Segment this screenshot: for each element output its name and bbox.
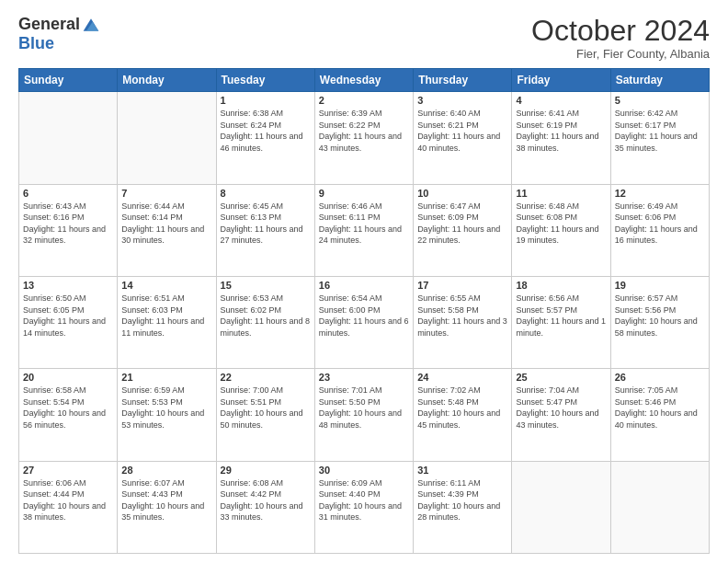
- calendar-cell: 17Sunrise: 6:55 AM Sunset: 5:58 PM Dayli…: [414, 276, 512, 368]
- calendar-cell: 22Sunrise: 7:00 AM Sunset: 5:51 PM Dayli…: [216, 369, 314, 461]
- page: General Blue October 2024 Fier, Fier Cou…: [0, 0, 728, 563]
- calendar-cell: 30Sunrise: 6:09 AM Sunset: 4:40 PM Dayli…: [314, 461, 413, 553]
- day-number: 2: [319, 95, 409, 106]
- calendar-week-4: 20Sunrise: 6:58 AM Sunset: 5:54 PM Dayli…: [19, 369, 710, 461]
- calendar-cell: 4Sunrise: 6:41 AM Sunset: 6:19 PM Daylig…: [512, 92, 610, 184]
- calendar-cell: 2Sunrise: 6:39 AM Sunset: 6:22 PM Daylig…: [314, 92, 413, 184]
- day-info: Sunrise: 6:39 AM Sunset: 6:22 PM Dayligh…: [319, 108, 409, 154]
- logo-general-text: General: [18, 15, 80, 34]
- calendar-week-5: 27Sunrise: 6:06 AM Sunset: 4:44 PM Dayli…: [19, 461, 710, 553]
- calendar-cell: 25Sunrise: 7:04 AM Sunset: 5:47 PM Dayli…: [512, 369, 610, 461]
- day-number: 31: [417, 465, 507, 476]
- day-info: Sunrise: 6:06 AM Sunset: 4:44 PM Dayligh…: [23, 477, 113, 523]
- calendar-cell: 31Sunrise: 6:11 AM Sunset: 4:39 PM Dayli…: [414, 461, 512, 553]
- day-header-sunday: Sunday: [19, 69, 118, 92]
- day-header-saturday: Saturday: [610, 69, 709, 92]
- day-number: 23: [319, 372, 409, 383]
- logo: General Blue: [18, 15, 100, 53]
- calendar-cell: 15Sunrise: 6:53 AM Sunset: 6:02 PM Dayli…: [216, 276, 314, 368]
- calendar-cell: 6Sunrise: 6:43 AM Sunset: 6:16 PM Daylig…: [19, 184, 118, 276]
- day-number: 13: [23, 280, 113, 291]
- day-info: Sunrise: 6:43 AM Sunset: 6:16 PM Dayligh…: [23, 201, 113, 247]
- day-info: Sunrise: 6:59 AM Sunset: 5:53 PM Dayligh…: [121, 385, 211, 431]
- day-info: Sunrise: 6:07 AM Sunset: 4:43 PM Dayligh…: [121, 477, 211, 523]
- day-number: 25: [516, 372, 606, 383]
- day-info: Sunrise: 6:58 AM Sunset: 5:54 PM Dayligh…: [23, 385, 113, 431]
- day-number: 17: [417, 280, 507, 291]
- day-number: 28: [121, 465, 211, 476]
- day-info: Sunrise: 6:57 AM Sunset: 5:56 PM Dayligh…: [615, 293, 705, 339]
- calendar-cell: 9Sunrise: 6:46 AM Sunset: 6:11 PM Daylig…: [314, 184, 413, 276]
- day-info: Sunrise: 6:55 AM Sunset: 5:58 PM Dayligh…: [417, 293, 507, 339]
- calendar-cell: 8Sunrise: 6:45 AM Sunset: 6:13 PM Daylig…: [216, 184, 314, 276]
- calendar-cell: 10Sunrise: 6:47 AM Sunset: 6:09 PM Dayli…: [414, 184, 512, 276]
- day-number: 19: [615, 280, 705, 291]
- day-number: 20: [23, 372, 113, 383]
- day-number: 18: [516, 280, 606, 291]
- day-number: 12: [615, 188, 705, 199]
- day-header-wednesday: Wednesday: [314, 69, 413, 92]
- day-number: 6: [23, 188, 113, 199]
- logo-icon: [82, 16, 100, 34]
- day-info: Sunrise: 6:08 AM Sunset: 4:42 PM Dayligh…: [221, 477, 311, 523]
- day-number: 10: [417, 188, 507, 199]
- day-number: 11: [516, 188, 606, 199]
- location-subtitle: Fier, Fier County, Albania: [531, 47, 710, 61]
- day-info: Sunrise: 6:40 AM Sunset: 6:21 PM Dayligh…: [417, 108, 507, 154]
- day-info: Sunrise: 6:38 AM Sunset: 6:24 PM Dayligh…: [221, 108, 311, 154]
- day-number: 5: [615, 95, 705, 106]
- day-number: 8: [221, 188, 311, 199]
- day-header-tuesday: Tuesday: [216, 69, 314, 92]
- day-number: 3: [417, 95, 507, 106]
- day-number: 16: [319, 280, 409, 291]
- day-number: 21: [121, 372, 211, 383]
- header: General Blue October 2024 Fier, Fier Cou…: [18, 15, 710, 61]
- day-info: Sunrise: 6:41 AM Sunset: 6:19 PM Dayligh…: [516, 108, 606, 154]
- calendar-cell: 16Sunrise: 6:54 AM Sunset: 6:00 PM Dayli…: [314, 276, 413, 368]
- calendar-cell: 27Sunrise: 6:06 AM Sunset: 4:44 PM Dayli…: [19, 461, 118, 553]
- calendar-week-1: 1Sunrise: 6:38 AM Sunset: 6:24 PM Daylig…: [19, 92, 710, 184]
- day-number: 9: [319, 188, 409, 199]
- calendar-cell: 21Sunrise: 6:59 AM Sunset: 5:53 PM Dayli…: [118, 369, 216, 461]
- calendar-week-3: 13Sunrise: 6:50 AM Sunset: 6:05 PM Dayli…: [19, 276, 710, 368]
- day-number: 24: [417, 372, 507, 383]
- calendar-cell: 29Sunrise: 6:08 AM Sunset: 4:42 PM Dayli…: [216, 461, 314, 553]
- day-info: Sunrise: 6:45 AM Sunset: 6:13 PM Dayligh…: [221, 201, 311, 247]
- day-info: Sunrise: 6:47 AM Sunset: 6:09 PM Dayligh…: [417, 201, 507, 247]
- day-info: Sunrise: 6:11 AM Sunset: 4:39 PM Dayligh…: [417, 477, 507, 523]
- day-info: Sunrise: 7:01 AM Sunset: 5:50 PM Dayligh…: [319, 385, 409, 431]
- day-info: Sunrise: 6:46 AM Sunset: 6:11 PM Dayligh…: [319, 201, 409, 247]
- day-number: 26: [615, 372, 705, 383]
- day-info: Sunrise: 6:50 AM Sunset: 6:05 PM Dayligh…: [23, 293, 113, 339]
- calendar-cell: 18Sunrise: 6:56 AM Sunset: 5:57 PM Dayli…: [512, 276, 610, 368]
- calendar-cell: [512, 461, 610, 553]
- logo-blue-text: Blue: [18, 34, 54, 53]
- calendar-week-2: 6Sunrise: 6:43 AM Sunset: 6:16 PM Daylig…: [19, 184, 710, 276]
- calendar-cell: 13Sunrise: 6:50 AM Sunset: 6:05 PM Dayli…: [19, 276, 118, 368]
- day-info: Sunrise: 7:00 AM Sunset: 5:51 PM Dayligh…: [221, 385, 311, 431]
- calendar-cell: 12Sunrise: 6:49 AM Sunset: 6:06 PM Dayli…: [610, 184, 709, 276]
- calendar-cell: 19Sunrise: 6:57 AM Sunset: 5:56 PM Dayli…: [610, 276, 709, 368]
- calendar-header-row: SundayMondayTuesdayWednesdayThursdayFrid…: [19, 69, 710, 92]
- calendar-cell: [610, 461, 709, 553]
- day-info: Sunrise: 6:56 AM Sunset: 5:57 PM Dayligh…: [516, 293, 606, 339]
- calendar-cell: 28Sunrise: 6:07 AM Sunset: 4:43 PM Dayli…: [118, 461, 216, 553]
- calendar-cell: 24Sunrise: 7:02 AM Sunset: 5:48 PM Dayli…: [414, 369, 512, 461]
- day-info: Sunrise: 7:04 AM Sunset: 5:47 PM Dayligh…: [516, 385, 606, 431]
- calendar-cell: 7Sunrise: 6:44 AM Sunset: 6:14 PM Daylig…: [118, 184, 216, 276]
- day-number: 30: [319, 465, 409, 476]
- day-header-friday: Friday: [512, 69, 610, 92]
- day-number: 29: [221, 465, 311, 476]
- calendar-cell: 11Sunrise: 6:48 AM Sunset: 6:08 PM Dayli…: [512, 184, 610, 276]
- calendar-cell: 5Sunrise: 6:42 AM Sunset: 6:17 PM Daylig…: [610, 92, 709, 184]
- calendar-cell: [19, 92, 118, 184]
- day-number: 14: [121, 280, 211, 291]
- day-info: Sunrise: 6:44 AM Sunset: 6:14 PM Dayligh…: [121, 201, 211, 247]
- day-info: Sunrise: 6:48 AM Sunset: 6:08 PM Dayligh…: [516, 201, 606, 247]
- calendar-cell: [118, 92, 216, 184]
- calendar-cell: 3Sunrise: 6:40 AM Sunset: 6:21 PM Daylig…: [414, 92, 512, 184]
- day-number: 4: [516, 95, 606, 106]
- calendar-cell: 1Sunrise: 6:38 AM Sunset: 6:24 PM Daylig…: [216, 92, 314, 184]
- calendar-cell: 20Sunrise: 6:58 AM Sunset: 5:54 PM Dayli…: [19, 369, 118, 461]
- day-header-monday: Monday: [118, 69, 216, 92]
